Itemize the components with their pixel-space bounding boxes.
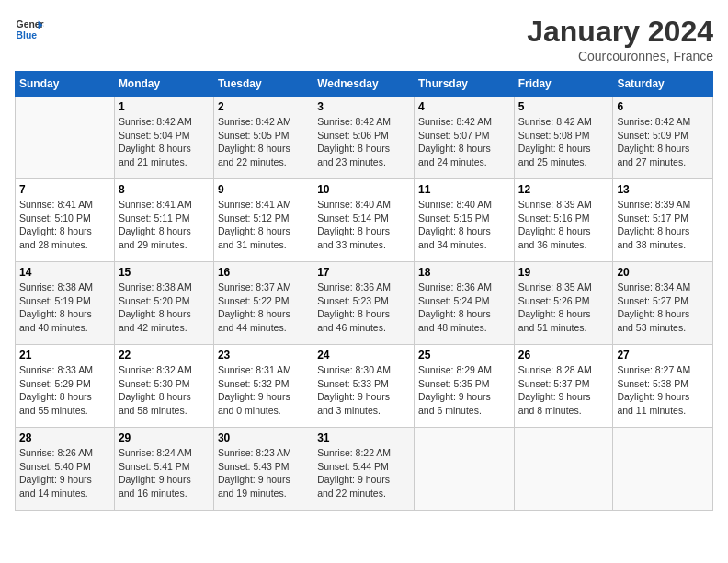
- day-cell: 7Sunrise: 8:41 AMSunset: 5:10 PMDaylight…: [16, 179, 115, 262]
- day-number: 25: [418, 349, 510, 362]
- day-info: Sunrise: 8:42 AMSunset: 5:09 PMDaylight:…: [617, 115, 709, 169]
- day-cell: 2Sunrise: 8:42 AMSunset: 5:05 PMDaylight…: [213, 97, 313, 179]
- day-info: Sunrise: 8:39 AMSunset: 5:17 PMDaylight:…: [617, 198, 709, 252]
- day-header-friday: Friday: [514, 72, 613, 97]
- day-number: 17: [317, 266, 410, 279]
- day-cell: 1Sunrise: 8:42 AMSunset: 5:04 PMDaylight…: [114, 97, 213, 179]
- day-info: Sunrise: 8:36 AMSunset: 5:23 PMDaylight:…: [317, 281, 410, 335]
- day-number: 28: [19, 431, 110, 444]
- day-info: Sunrise: 8:30 AMSunset: 5:33 PMDaylight:…: [317, 363, 410, 418]
- day-number: 8: [119, 183, 210, 196]
- day-info: Sunrise: 8:31 AMSunset: 5:32 PMDaylight:…: [218, 363, 309, 418]
- day-info: Sunrise: 8:42 AMSunset: 5:04 PMDaylight:…: [119, 115, 210, 169]
- day-number: 31: [317, 431, 410, 444]
- day-cell: 27Sunrise: 8:27 AMSunset: 5:38 PMDayligh…: [613, 345, 713, 428]
- day-cell: 20Sunrise: 8:34 AMSunset: 5:27 PMDayligh…: [613, 262, 713, 345]
- day-cell: 11Sunrise: 8:40 AMSunset: 5:15 PMDayligh…: [414, 179, 514, 262]
- day-cell: 13Sunrise: 8:39 AMSunset: 5:17 PMDayligh…: [613, 179, 713, 262]
- day-info: Sunrise: 8:28 AMSunset: 5:37 PMDaylight:…: [518, 363, 609, 418]
- day-cell: [414, 428, 514, 511]
- day-cell: 19Sunrise: 8:35 AMSunset: 5:26 PMDayligh…: [514, 262, 613, 345]
- day-number: 10: [317, 183, 410, 196]
- day-header-saturday: Saturday: [613, 72, 713, 97]
- day-info: Sunrise: 8:22 AMSunset: 5:44 PMDaylight:…: [317, 446, 410, 500]
- day-number: 27: [617, 349, 709, 362]
- day-cell: 15Sunrise: 8:38 AMSunset: 5:20 PMDayligh…: [114, 262, 213, 345]
- day-cell: 26Sunrise: 8:28 AMSunset: 5:37 PMDayligh…: [514, 345, 613, 428]
- day-info: Sunrise: 8:29 AMSunset: 5:35 PMDaylight:…: [418, 363, 510, 418]
- day-header-sunday: Sunday: [16, 72, 115, 97]
- day-cell: [16, 97, 115, 179]
- day-info: Sunrise: 8:40 AMSunset: 5:14 PMDaylight:…: [317, 198, 410, 252]
- location-title: Courcouronnes, France: [527, 49, 713, 63]
- day-cell: 24Sunrise: 8:30 AMSunset: 5:33 PMDayligh…: [313, 345, 415, 428]
- day-cell: 25Sunrise: 8:29 AMSunset: 5:35 PMDayligh…: [414, 345, 514, 428]
- day-info: Sunrise: 8:34 AMSunset: 5:27 PMDaylight:…: [617, 281, 709, 335]
- day-cell: 29Sunrise: 8:24 AMSunset: 5:41 PMDayligh…: [114, 428, 213, 511]
- day-info: Sunrise: 8:26 AMSunset: 5:40 PMDaylight:…: [19, 446, 110, 500]
- day-cell: 23Sunrise: 8:31 AMSunset: 5:32 PMDayligh…: [213, 345, 313, 428]
- day-info: Sunrise: 8:41 AMSunset: 5:11 PMDaylight:…: [119, 198, 210, 252]
- day-cell: 30Sunrise: 8:23 AMSunset: 5:43 PMDayligh…: [213, 428, 313, 511]
- day-cell: 3Sunrise: 8:42 AMSunset: 5:06 PMDaylight…: [313, 97, 415, 179]
- day-info: Sunrise: 8:33 AMSunset: 5:29 PMDaylight:…: [19, 363, 110, 418]
- title-area: January 2024 Courcouronnes, France: [527, 15, 713, 63]
- day-info: Sunrise: 8:24 AMSunset: 5:41 PMDaylight:…: [119, 446, 210, 500]
- day-cell: [514, 428, 613, 511]
- day-number: 16: [218, 266, 309, 279]
- logo: General Blue: [15, 15, 44, 44]
- day-info: Sunrise: 8:42 AMSunset: 5:06 PMDaylight:…: [317, 115, 410, 169]
- day-number: 21: [19, 349, 110, 362]
- day-cell: 22Sunrise: 8:32 AMSunset: 5:30 PMDayligh…: [114, 345, 213, 428]
- day-number: 26: [518, 349, 609, 362]
- day-info: Sunrise: 8:42 AMSunset: 5:05 PMDaylight:…: [218, 115, 309, 169]
- day-number: 18: [418, 266, 510, 279]
- day-cell: 17Sunrise: 8:36 AMSunset: 5:23 PMDayligh…: [313, 262, 415, 345]
- day-number: 30: [218, 431, 309, 444]
- day-info: Sunrise: 8:35 AMSunset: 5:26 PMDaylight:…: [518, 281, 609, 335]
- day-header-thursday: Thursday: [414, 72, 514, 97]
- day-info: Sunrise: 8:37 AMSunset: 5:22 PMDaylight:…: [218, 281, 309, 335]
- day-number: 22: [119, 349, 210, 362]
- day-number: 5: [518, 100, 609, 113]
- day-number: 20: [617, 266, 709, 279]
- day-info: Sunrise: 8:38 AMSunset: 5:19 PMDaylight:…: [19, 281, 110, 335]
- day-number: 23: [218, 349, 309, 362]
- week-row: 1Sunrise: 8:42 AMSunset: 5:04 PMDaylight…: [16, 97, 713, 179]
- day-header-tuesday: Tuesday: [213, 72, 313, 97]
- day-info: Sunrise: 8:41 AMSunset: 5:10 PMDaylight:…: [19, 198, 110, 252]
- day-cell: 8Sunrise: 8:41 AMSunset: 5:11 PMDaylight…: [114, 179, 213, 262]
- day-number: 7: [19, 183, 110, 196]
- week-row: 7Sunrise: 8:41 AMSunset: 5:10 PMDaylight…: [16, 179, 713, 262]
- header: General Blue January 2024 Courcouronnes,…: [15, 15, 713, 63]
- day-info: Sunrise: 8:42 AMSunset: 5:07 PMDaylight:…: [418, 115, 510, 169]
- day-number: 15: [119, 266, 210, 279]
- day-info: Sunrise: 8:32 AMSunset: 5:30 PMDaylight:…: [119, 363, 210, 418]
- day-cell: 14Sunrise: 8:38 AMSunset: 5:19 PMDayligh…: [16, 262, 115, 345]
- day-number: 14: [19, 266, 110, 279]
- day-header-monday: Monday: [114, 72, 213, 97]
- day-cell: 31Sunrise: 8:22 AMSunset: 5:44 PMDayligh…: [313, 428, 415, 511]
- week-row: 14Sunrise: 8:38 AMSunset: 5:19 PMDayligh…: [16, 262, 713, 345]
- day-number: 9: [218, 183, 309, 196]
- day-cell: [613, 428, 713, 511]
- day-cell: 16Sunrise: 8:37 AMSunset: 5:22 PMDayligh…: [213, 262, 313, 345]
- day-cell: 4Sunrise: 8:42 AMSunset: 5:07 PMDaylight…: [414, 97, 514, 179]
- day-info: Sunrise: 8:36 AMSunset: 5:24 PMDaylight:…: [418, 281, 510, 335]
- day-header-wednesday: Wednesday: [313, 72, 415, 97]
- week-row: 21Sunrise: 8:33 AMSunset: 5:29 PMDayligh…: [16, 345, 713, 428]
- day-info: Sunrise: 8:27 AMSunset: 5:38 PMDaylight:…: [617, 363, 709, 418]
- calendar-table: SundayMondayTuesdayWednesdayThursdayFrid…: [15, 71, 713, 511]
- day-cell: 5Sunrise: 8:42 AMSunset: 5:08 PMDaylight…: [514, 97, 613, 179]
- day-number: 1: [119, 100, 210, 113]
- month-title: January 2024: [527, 15, 713, 49]
- day-cell: 18Sunrise: 8:36 AMSunset: 5:24 PMDayligh…: [414, 262, 514, 345]
- header-row: SundayMondayTuesdayWednesdayThursdayFrid…: [16, 72, 713, 97]
- day-cell: 10Sunrise: 8:40 AMSunset: 5:14 PMDayligh…: [313, 179, 415, 262]
- logo-icon: General Blue: [15, 15, 44, 44]
- day-number: 19: [518, 266, 609, 279]
- day-info: Sunrise: 8:39 AMSunset: 5:16 PMDaylight:…: [518, 198, 609, 252]
- svg-text:Blue: Blue: [17, 30, 38, 40]
- day-info: Sunrise: 8:23 AMSunset: 5:43 PMDaylight:…: [218, 446, 309, 500]
- day-cell: 21Sunrise: 8:33 AMSunset: 5:29 PMDayligh…: [16, 345, 115, 428]
